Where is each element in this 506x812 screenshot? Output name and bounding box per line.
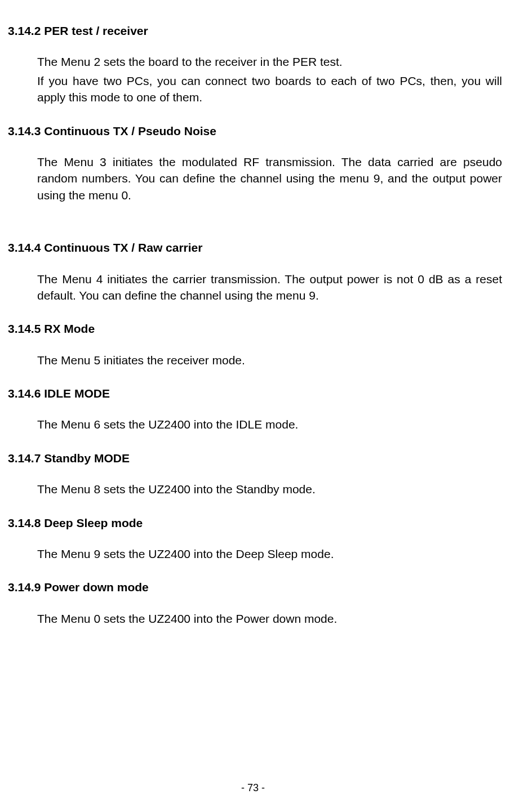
section-heading: 3.14.4 Continuous TX / Raw carrier [8, 239, 502, 256]
body-paragraph: The Menu 6 sets the UZ2400 into the IDLE… [37, 416, 502, 432]
body-paragraph: If you have two PCs, you can connect two… [37, 73, 502, 106]
body-paragraph: The Menu 8 sets the UZ2400 into the Stan… [37, 481, 502, 497]
section-heading: 3.14.2 PER test / receiver [8, 23, 502, 39]
body-paragraph: The Menu 4 initiates the carrier transmi… [37, 271, 502, 304]
section-heading: 3.14.3 Continuous TX / Pseudo Noise [8, 123, 502, 139]
body-paragraph: The Menu 0 sets the UZ2400 into the Powe… [37, 610, 502, 627]
body-paragraph: The Menu 9 sets the UZ2400 into the Deep… [37, 546, 502, 562]
page-number: - 73 - [0, 781, 506, 795]
section-heading: 3.14.6 IDLE MODE [8, 385, 502, 401]
body-paragraph: The Menu 3 initiates the modulated RF tr… [37, 154, 502, 203]
spacer [8, 206, 502, 222]
body-paragraph: The Menu 2 sets the board to the receive… [37, 53, 502, 70]
section-heading: 3.14.8 Deep Sleep mode [8, 515, 502, 531]
section-heading: 3.14.5 RX Mode [8, 320, 502, 337]
section-heading: 3.14.9 Power down mode [8, 579, 502, 595]
body-paragraph: The Menu 5 initiates the receiver mode. [37, 352, 502, 368]
section-heading: 3.14.7 Standby MODE [8, 450, 502, 466]
